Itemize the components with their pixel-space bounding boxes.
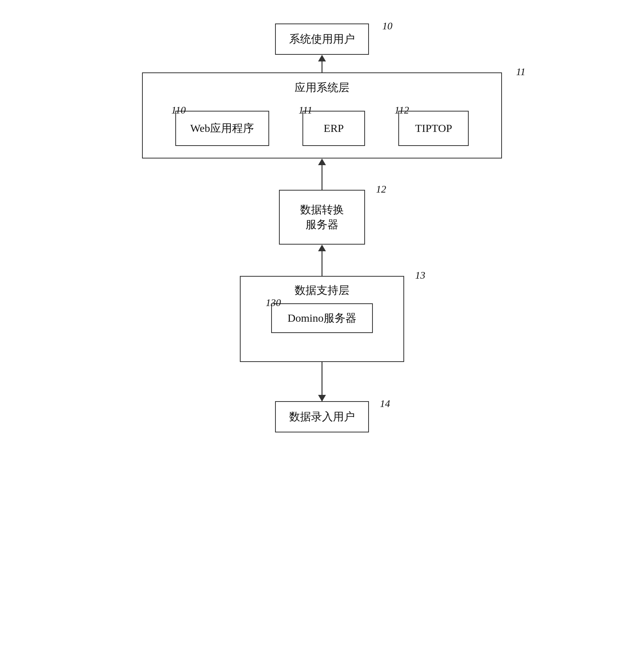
erp-label: ERP <box>324 122 344 135</box>
domino-wrapper: Domino服务器 130 <box>271 303 373 333</box>
data-support-layer-box: 数据支持层 Domino服务器 130 <box>240 276 404 362</box>
ref-12: 12 <box>376 184 386 195</box>
data-entry-wrapper: 数据录入用户 14 <box>275 401 369 432</box>
data-converter-line1: 数据转换 <box>300 202 344 217</box>
data-converter-box: 数据转换 服务器 <box>279 190 365 245</box>
app-layer-box: 应用系统层 Web应用程序 110 ERP 111 <box>142 72 502 158</box>
ref-112: 112 <box>394 104 409 116</box>
ref-13: 13 <box>415 270 425 281</box>
ref-11: 11 <box>516 66 525 78</box>
tiptop-label: TIPTOP <box>415 122 452 135</box>
data-converter-label: 数据转换 服务器 <box>300 202 344 232</box>
app-layer-wrapper: 应用系统层 Web应用程序 110 ERP 111 <box>142 72 502 158</box>
app-layer-title: 应用系统层 <box>295 80 349 95</box>
system-user-row: 系统使用用户 10 <box>0 23 644 55</box>
web-app-label: Web应用程序 <box>190 121 254 136</box>
data-support-wrapper: 数据支持层 Domino服务器 130 13 <box>240 276 404 362</box>
data-support-title: 数据支持层 <box>295 283 349 298</box>
system-user-wrapper: 系统使用用户 10 <box>275 23 369 55</box>
data-entry-row: 数据录入用户 14 <box>0 401 644 432</box>
svg-marker-7 <box>318 395 326 402</box>
domino-label: Domino服务器 <box>288 311 356 326</box>
svg-marker-3 <box>318 158 326 165</box>
tiptop-wrapper: TIPTOP 112 <box>398 111 469 146</box>
app-layer-row: 应用系统层 Web应用程序 110 ERP 111 <box>0 72 644 158</box>
data-converter-wrapper: 数据转换 服务器 12 <box>279 190 365 245</box>
erp-wrapper: ERP 111 <box>302 111 365 146</box>
app-layer-inner: Web应用程序 110 ERP 111 TIPTOP <box>143 99 501 158</box>
data-converter-line2: 服务器 <box>300 217 344 232</box>
system-user-label: 系统使用用户 <box>289 32 355 47</box>
ref-110: 110 <box>171 104 186 116</box>
web-app-box: Web应用程序 <box>175 111 269 146</box>
data-entry-box: 数据录入用户 <box>275 401 369 432</box>
web-app-wrapper: Web应用程序 110 <box>175 111 269 146</box>
diagram-container: 系统使用用户 10 应用系统层 Web应用程序 110 <box>0 0 644 652</box>
ref-10: 10 <box>382 20 392 32</box>
ref-111: 111 <box>299 104 312 116</box>
data-converter-row: 数据转换 服务器 12 <box>0 190 644 245</box>
svg-marker-5 <box>318 245 326 251</box>
data-entry-label: 数据录入用户 <box>289 409 355 424</box>
svg-marker-1 <box>318 55 326 61</box>
domino-box: Domino服务器 <box>271 303 373 333</box>
ref-130: 130 <box>266 297 281 309</box>
ref-14: 14 <box>380 398 390 410</box>
system-user-box: 系统使用用户 <box>275 23 369 55</box>
data-support-row: 数据支持层 Domino服务器 130 13 <box>0 276 644 362</box>
